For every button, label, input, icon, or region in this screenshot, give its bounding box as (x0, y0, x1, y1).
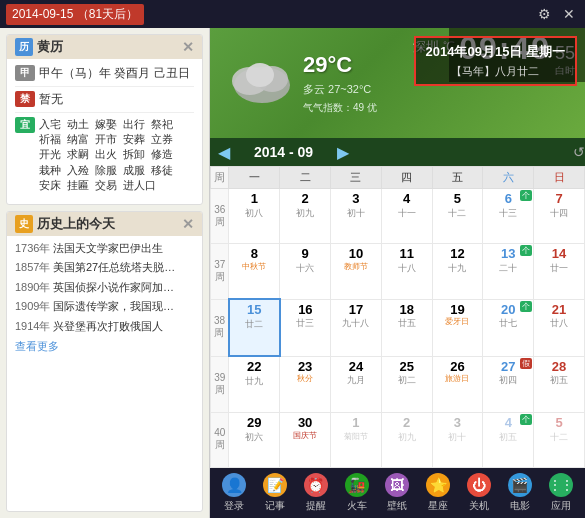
calendar-next-button[interactable]: ▶ (329, 143, 357, 162)
lunar-card-header: 历 黄历 ✕ (7, 35, 202, 59)
svg-point-3 (246, 63, 274, 87)
lunar-body: 甲 甲午（马）年 癸酉月 己丑日 禁 暂无 宜 入宅 动土 嫁娶 出行 祭祀 祈… (7, 59, 202, 204)
weather-temp: 29°C (303, 52, 377, 78)
toolbar-notes[interactable]: 📝 记事 (257, 469, 293, 517)
cal-cell-oct5[interactable]: 5十二 (534, 412, 585, 467)
cal-cell-sep28[interactable]: 28初五 (534, 356, 585, 412)
cal-cell-sep4[interactable]: 4十一 (381, 189, 432, 244)
history-more-link[interactable]: 查看更多 (15, 337, 194, 356)
cal-cell-sep5[interactable]: 5十二 (432, 189, 483, 244)
cal-cell-sep19[interactable]: 19爱牙日 (432, 299, 483, 356)
history-item-3: 1909年 国际遗传学家，我国现… (15, 298, 194, 315)
calendar-prev-button[interactable]: ◀ (210, 143, 238, 162)
cal-cell-sep11[interactable]: 11十八 (381, 244, 432, 299)
cal-cell-sep14[interactable]: 14廿一 (534, 244, 585, 299)
cal-header-sat: 六 (483, 167, 534, 189)
history-body: 1736年 法国天文学家巴伊出生 1857年 美国第27任总统塔夫脱… 1890… (7, 236, 202, 361)
cal-cell-sep15[interactable]: 15廿二 (229, 299, 280, 356)
history-title: 历史上的今天 (37, 215, 115, 233)
cal-header-mon: 一 (229, 167, 280, 189)
history-close-button[interactable]: ✕ (182, 216, 194, 232)
zodiac-icon: ⭐ (426, 473, 450, 497)
weather-area: 29°C 多云 27~32°C 气气指数：49 优 深圳 ℃ 09:49 55 … (210, 28, 585, 138)
cal-header-week: 周 (211, 167, 229, 189)
train-label: 火车 (347, 499, 367, 513)
toolbar-train[interactable]: 🚂 火车 (339, 469, 375, 517)
cal-cell-sep3[interactable]: 3初十 (331, 189, 382, 244)
cal-row-40: 40周 29初六 30国庆节 1菊阳节 2初九 3初十 个 4 初五 5十二 (211, 412, 585, 467)
toolbar-zodiac[interactable]: ⭐ 星座 (420, 469, 456, 517)
lunar-avoid-icon: 禁 (15, 91, 35, 107)
lunar-good-text: 入宅 动土 嫁娶 出行 祭祀 祈福 纳富 开市 安葬 立券 开光 求嗣 出火 拆… (39, 117, 194, 194)
calendar-table: 周 一 二 三 四 五 六 日 36周 (210, 166, 585, 468)
history-card: 史 历史上的今天 ✕ 1736年 法国天文学家巴伊出生 1857年 美国第27任… (6, 211, 203, 512)
toolbar-shutdown[interactable]: ⏻ 关机 (461, 469, 497, 517)
calendar-area: 周 一 二 三 四 五 六 日 36周 (210, 166, 585, 468)
zodiac-label: 星座 (428, 499, 448, 513)
cal-row-37: 37周 8中秋节 9十六 10教师节 11十八 12十九 个 13 二十 1 (211, 244, 585, 299)
cal-cell-sep26[interactable]: 26旅游日 (432, 356, 483, 412)
apps-icon: ⋮⋮ (549, 473, 573, 497)
toolbar-reminder[interactable]: ⏰ 提醒 (298, 469, 334, 517)
lunar-close-button[interactable]: ✕ (182, 39, 194, 55)
toolbar-login[interactable]: 👤 登录 (216, 469, 252, 517)
toolbar-wallpaper[interactable]: 🖼 壁纸 (379, 469, 415, 517)
cal-cell-sep18[interactable]: 18廿五 (381, 299, 432, 356)
cal-cell-oct3[interactable]: 3初十 (432, 412, 483, 467)
cal-cell-sep7[interactable]: 7十四 (534, 189, 585, 244)
lunar-icon: 历 (15, 38, 33, 56)
left-panel: 历 黄历 ✕ 甲 甲午（马）年 癸酉月 己丑日 禁 暂无 (0, 28, 210, 518)
top-bar: 2014-09-15 （81天后） ⚙ ✕ (0, 0, 585, 28)
cal-cell-sep20[interactable]: 个 20 廿七 (483, 299, 534, 356)
cal-cell-oct2[interactable]: 2初九 (381, 412, 432, 467)
history-text-3: 国际遗传学家，我国现… (53, 298, 194, 315)
cal-row-39: 39周 22廿九 23秋分 24九月 25初二 26旅游日 假 27 初四 (211, 356, 585, 412)
movie-icon: 🎬 (508, 473, 532, 497)
week-num-36: 36周 (211, 189, 229, 244)
lunar-row-avoid: 禁 暂无 (15, 91, 194, 108)
notes-label: 记事 (265, 499, 285, 513)
lunar-row-good: 宜 入宅 动土 嫁娶 出行 祭祀 祈福 纳富 开市 安葬 立券 开光 求嗣 出火… (15, 117, 194, 194)
wallpaper-icon: 🖼 (385, 473, 409, 497)
cal-cell-sep6[interactable]: 个 6 十三 (483, 189, 534, 244)
cal-cell-sep27[interactable]: 假 27 初四 (483, 356, 534, 412)
toolbar-apps[interactable]: ⋮⋮ 应用 (543, 469, 579, 517)
badge-individual-sep20: 个 (520, 301, 532, 312)
cal-cell-sep29[interactable]: 29初六 (229, 412, 280, 467)
calendar-settings-icon[interactable]: ↺ (573, 144, 585, 160)
toolbar-movie[interactable]: 🎬 电影 (502, 469, 538, 517)
cal-header-wed: 三 (331, 167, 382, 189)
badge-individual-oct4: 个 (520, 414, 532, 425)
cal-cell-sep8[interactable]: 8中秋节 (229, 244, 280, 299)
cal-cell-sep9[interactable]: 9十六 (280, 244, 331, 299)
history-header: 史 历史上的今天 ✕ (7, 212, 202, 236)
cal-cell-oct1[interactable]: 1菊阳节 (331, 412, 382, 467)
weather-quality: 气气指数：49 优 (303, 101, 377, 115)
shutdown-label: 关机 (469, 499, 489, 513)
bottom-toolbar: 👤 登录 📝 记事 ⏰ 提醒 🚂 火车 🖼 壁纸 (210, 468, 585, 518)
cal-cell-sep17[interactable]: 17九十八 (331, 299, 382, 356)
weather-range: 多云 27~32°C (303, 82, 377, 97)
cal-cell-sep16[interactable]: 16廿三 (280, 299, 331, 356)
date-highlight-box: 2014年09月15日 星期一 【马年】八月廿二 (414, 36, 577, 86)
cal-cell-sep1[interactable]: 1初八 (229, 189, 280, 244)
cal-cell-sep24[interactable]: 24九月 (331, 356, 382, 412)
cal-cell-sep2[interactable]: 2初九 (280, 189, 331, 244)
cal-cell-sep13[interactable]: 个 13 二十 (483, 244, 534, 299)
settings-icon[interactable]: ⚙ (534, 4, 555, 24)
cal-cell-sep30[interactable]: 30国庆节 (280, 412, 331, 467)
cal-cell-sep22[interactable]: 22廿九 (229, 356, 280, 412)
cal-cell-sep25[interactable]: 25初二 (381, 356, 432, 412)
cal-cell-sep21[interactable]: 21廿八 (534, 299, 585, 356)
app-container: 2014-09-15 （81天后） ⚙ ✕ 历 黄历 ✕ 甲 (0, 0, 585, 518)
cal-cell-oct4[interactable]: 个 4 初五 (483, 412, 534, 467)
date-box-main: 2014年09月15日 星期一 (426, 42, 565, 63)
cal-cell-sep10[interactable]: 10教师节 (331, 244, 382, 299)
lunar-card: 历 黄历 ✕ 甲 甲午（马）年 癸酉月 己丑日 禁 暂无 (6, 34, 203, 205)
close-icon[interactable]: ✕ (559, 4, 579, 24)
cal-cell-sep23[interactable]: 23秋分 (280, 356, 331, 412)
history-year-3: 1909年 (15, 298, 53, 315)
history-text-4: 兴登堡再次打败俄国人 (53, 318, 194, 335)
date-box-sub: 【马年】八月廿二 (426, 63, 565, 81)
cal-cell-sep12[interactable]: 12十九 (432, 244, 483, 299)
